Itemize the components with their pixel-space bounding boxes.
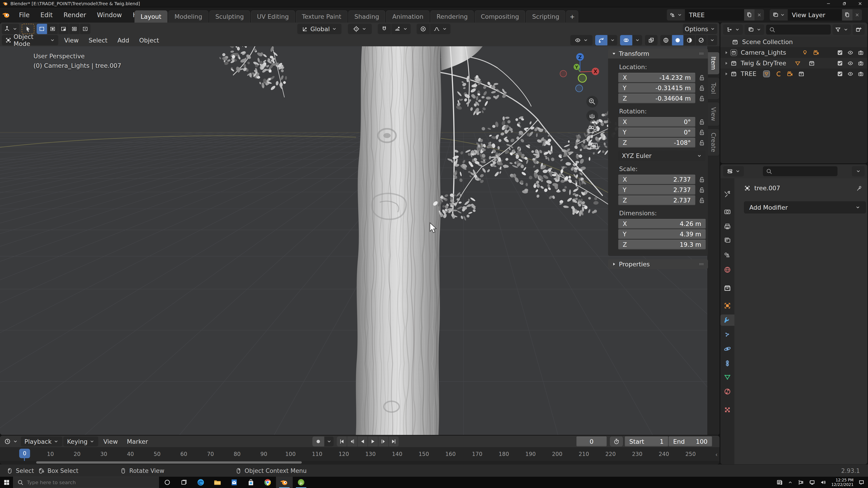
view-layer-name-field[interactable]: View Layer: [788, 9, 842, 21]
show-gizmo-toggle[interactable]: [595, 35, 608, 45]
tab-texture[interactable]: [722, 404, 733, 416]
play-button[interactable]: [368, 436, 378, 447]
disable-in-renders-toggle[interactable]: [857, 70, 864, 77]
unlink-scene-button[interactable]: [754, 9, 764, 21]
properties-options-dropdown[interactable]: [852, 166, 865, 176]
timeline-ruler[interactable]: 0102030405060708090100110120130140150160…: [0, 447, 719, 461]
lock-icon[interactable]: [698, 74, 706, 82]
viewport-menu-object[interactable]: Object: [135, 35, 163, 45]
hide-in-viewport-toggle[interactable]: [847, 49, 854, 56]
tab-compositing[interactable]: Compositing: [475, 10, 525, 23]
select-mode-invert[interactable]: [69, 24, 80, 34]
use-preview-range-toggle[interactable]: [610, 436, 623, 447]
tab-output[interactable]: [722, 221, 733, 232]
cortana-icon[interactable]: [159, 477, 176, 488]
3d-viewport[interactable]: Global Options Object Mode View Select A…: [0, 23, 719, 435]
tray-clock[interactable]: 12:25 PM 12/22/2021: [831, 478, 854, 487]
exclude-checkbox[interactable]: [837, 70, 843, 77]
scale-z-field[interactable]: Z2.737: [618, 195, 695, 205]
end-frame-field[interactable]: End100: [669, 436, 712, 447]
close-button[interactable]: [852, 0, 868, 7]
select-mode-new[interactable]: [37, 24, 47, 34]
tab-uv-editing[interactable]: UV Editing: [251, 10, 295, 23]
menu-window[interactable]: Window: [92, 11, 127, 19]
tab-particles[interactable]: [722, 329, 733, 340]
outliner-row-camera-lights[interactable]: Camera_Lights: [720, 47, 867, 58]
tab-animation[interactable]: Animation: [386, 10, 430, 23]
disable-in-renders-toggle[interactable]: [857, 49, 864, 56]
exclude-checkbox[interactable]: [837, 49, 843, 56]
tab-sculpting[interactable]: Sculpting: [209, 10, 250, 23]
hide-in-viewport-toggle[interactable]: [847, 60, 854, 67]
menu-render[interactable]: Render: [58, 11, 92, 19]
location-x-field[interactable]: X-14.232 m: [618, 73, 695, 83]
outliner-filter-type-dropdown[interactable]: [745, 24, 764, 35]
properties-search[interactable]: [763, 166, 837, 176]
start-frame-field[interactable]: Start1: [625, 436, 668, 447]
overlays-settings-dropdown[interactable]: [633, 35, 642, 45]
options-dropdown[interactable]: Options: [683, 24, 717, 34]
lock-icon[interactable]: [698, 186, 706, 194]
lock-icon[interactable]: [698, 176, 706, 184]
lock-icon[interactable]: [698, 84, 706, 92]
panel-grip[interactable]: [698, 50, 705, 57]
tab-constraints[interactable]: [722, 358, 733, 369]
object-visibility-dropdown[interactable]: [570, 35, 592, 45]
next-keyframe-button[interactable]: [378, 436, 388, 447]
playback-menu[interactable]: Playback: [21, 436, 62, 447]
auto-keying-settings[interactable]: [324, 436, 334, 447]
snap-settings-dropdown[interactable]: [391, 24, 411, 34]
view-layer-icon[interactable]: [770, 9, 788, 21]
gizmo-settings-dropdown[interactable]: [608, 35, 617, 45]
selected-mesh-data-icon[interactable]: [763, 70, 770, 77]
outliner-row-twig-drytree[interactable]: Twig & DryTree: [720, 58, 867, 68]
edge-icon[interactable]: [192, 477, 209, 488]
tab-scripting[interactable]: Scripting: [526, 10, 565, 23]
scene-icon[interactable]: [667, 9, 685, 21]
lock-icon[interactable]: [698, 95, 706, 102]
transform-orientation-dropdown[interactable]: Global: [297, 24, 342, 34]
store-icon[interactable]: [243, 477, 259, 488]
xray-toggle[interactable]: [645, 35, 657, 45]
gizmo-z-neg-axis[interactable]: [576, 85, 583, 92]
timeline-scrollbar-thumb[interactable]: [36, 461, 302, 464]
pivot-point-dropdown[interactable]: [348, 24, 372, 34]
gizmo-y-neg-axis[interactable]: [578, 74, 586, 82]
menu-edit[interactable]: Edit: [35, 11, 58, 19]
shading-rendered[interactable]: [695, 35, 707, 45]
outliner-row-tree[interactable]: TREE: [720, 68, 867, 79]
gizmo-x-neg-axis[interactable]: [560, 70, 567, 77]
shading-solid[interactable]: [672, 35, 683, 45]
tab-layout[interactable]: Layout: [134, 10, 167, 23]
tab-view-layer[interactable]: [722, 235, 733, 246]
lock-icon[interactable]: [698, 129, 706, 136]
pin-icon[interactable]: [856, 185, 863, 192]
scale-y-field[interactable]: Y2.737: [618, 185, 695, 195]
outliner-display-mode-dropdown[interactable]: [723, 24, 743, 35]
jump-to-start-button[interactable]: [337, 436, 347, 447]
taskbar-search[interactable]: [13, 477, 159, 488]
pan-button[interactable]: [586, 110, 598, 122]
location-y-field[interactable]: Y-0.31415 m: [618, 83, 695, 93]
new-collection-button[interactable]: [852, 24, 865, 35]
lock-icon[interactable]: [698, 139, 706, 147]
editor-type-button[interactable]: [2, 24, 20, 34]
shading-wireframe[interactable]: [660, 35, 672, 45]
navigation-gizmo[interactable]: Z Y X: [560, 53, 599, 92]
previous-keyframe-button[interactable]: [347, 436, 357, 447]
panel-grip[interactable]: [698, 261, 705, 267]
viewport-menu-add[interactable]: Add: [113, 35, 133, 45]
start-button[interactable]: [0, 477, 13, 488]
file-explorer-icon[interactable]: [209, 477, 226, 488]
new-scene-button[interactable]: [744, 9, 754, 21]
network-icon[interactable]: [809, 479, 815, 486]
scene-name-field[interactable]: TREE: [685, 9, 744, 21]
snap-toggle[interactable]: [378, 24, 391, 34]
restore-button[interactable]: [836, 0, 852, 7]
properties-editor-type-button[interactable]: [723, 166, 744, 176]
breadcrumb-object-name[interactable]: tree.007: [754, 185, 780, 192]
transform-panel-header[interactable]: Transform: [608, 48, 708, 59]
shading-material-preview[interactable]: [684, 35, 695, 45]
utorrent-icon[interactable]: µ: [293, 477, 309, 488]
menu-file[interactable]: File: [13, 11, 35, 19]
